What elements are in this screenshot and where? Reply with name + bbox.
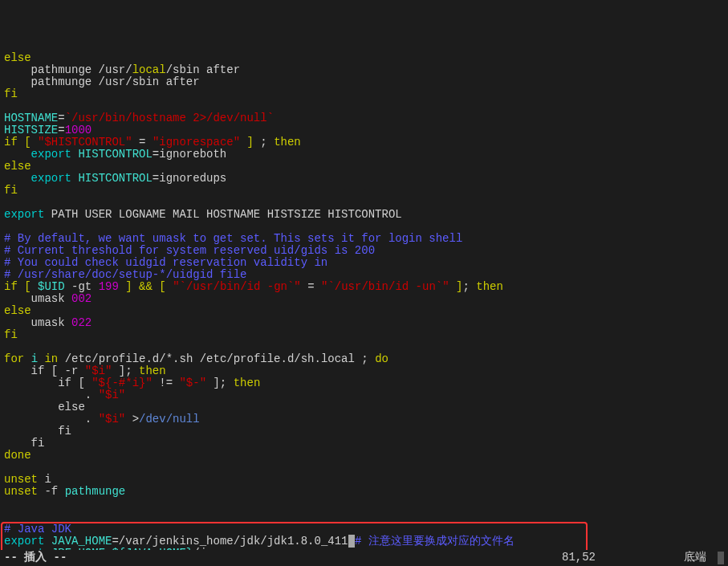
num199: 199 <box>99 280 119 293</box>
uid-var: $UID <box>38 280 65 293</box>
java-home-var: JAVA_HOME <box>51 535 112 548</box>
ignorespace: "ignorespace" <box>153 136 240 149</box>
kw-in: in <box>44 352 58 365</box>
for-path: /etc/profile.d/*.sh /etc/profile.d/sh.lo… <box>58 352 375 365</box>
bracket-semi: ]; <box>112 364 139 377</box>
java-comment: # Java JDK <box>4 523 71 535</box>
comment: # You could check uidgid reservation val… <box>4 256 327 269</box>
export-vars: PATH USER LOGNAME MAIL HOSTNAME HISTSIZE… <box>44 208 401 221</box>
unset-i: i <box>38 473 51 486</box>
var-histcontrol: HISTCONTROL <box>78 148 152 161</box>
kw-then: then <box>476 280 503 293</box>
if-r: if [ -r <box>4 364 85 377</box>
kw-then: then <box>274 136 301 149</box>
num022: 022 <box>71 316 92 329</box>
eq: = <box>58 124 64 136</box>
id-gn: "`/usr/bin/id -gn`" <box>173 280 301 293</box>
cursor <box>348 535 355 548</box>
eq: = <box>58 112 64 124</box>
code-line: pathmunge /usr/sbin after <box>4 75 200 88</box>
else-inner: else <box>4 401 85 413</box>
kw-if: if <box>4 280 18 293</box>
kw-if: if <box>4 136 18 149</box>
kw-export: export <box>31 148 71 161</box>
kw-else: else <box>4 51 31 64</box>
histcontrol-lit: "$HISTCONTROL" <box>38 136 132 149</box>
kw-fi: fi <box>4 184 18 197</box>
code-editor[interactable]: else pathmunge /usr/local/sbin after pat… <box>0 48 728 566</box>
kw-then: then <box>139 364 166 377</box>
gt: -gt <box>65 280 99 293</box>
eq-sp: = <box>132 136 153 149</box>
var-histcontrol: HISTCONTROL <box>78 172 152 185</box>
val-hostname: `/usr/bin/hostname 2>/dev/null` <box>65 112 274 124</box>
code-line: pathmunge /usr/ <box>4 63 132 76</box>
kw-else: else <box>4 160 31 173</box>
and: && <box>139 280 153 293</box>
pathmunge: pathmunge <box>65 485 126 498</box>
kw-for: for <box>4 352 24 365</box>
java-home-val: =/var/jenkins_home/jdk/jdk1.8.0_411 <box>112 535 348 548</box>
bracket: [ <box>24 136 31 149</box>
comment: # Current threshold for system reserved … <box>4 244 375 257</box>
var-hostname: HOSTNAME <box>4 112 58 124</box>
kw-export: export <box>4 208 44 221</box>
dash-dollar: "$-" <box>179 377 206 389</box>
kw-do: do <box>375 352 388 365</box>
bracket: ] <box>247 136 254 149</box>
kw-unset: unset <box>4 485 38 498</box>
kw-fi: fi <box>4 328 18 341</box>
bracket-semi: ]; <box>206 377 234 389</box>
vim-scroll-position: 底端 <box>674 552 714 564</box>
val-ignoredups: =ignoredups <box>153 172 226 185</box>
comment: # By default, we want umask to get set. … <box>4 232 462 245</box>
vim-statusbar: -- 插入 -- 81,52 底端 <box>0 550 728 566</box>
id-un: "`/usr/bin/id -un`" <box>321 280 449 293</box>
val-histsize: 1000 <box>65 124 92 136</box>
vim-cursor-position: 81,52 <box>562 552 674 564</box>
var-histsize: HISTSIZE <box>4 124 58 136</box>
kw-fi: fi <box>4 88 18 100</box>
kw-local: local <box>132 63 166 76</box>
eq-sp: = <box>301 280 321 293</box>
bracket: [ <box>159 280 165 293</box>
kw-export: export <box>31 172 71 185</box>
statusbar-separator <box>718 552 724 564</box>
semi: ; <box>254 136 274 149</box>
unset-f: -f <box>38 485 65 498</box>
fi-inner: fi <box>4 425 71 438</box>
bracket: [ <box>24 280 31 293</box>
i-quoted: "$i" <box>99 389 126 401</box>
val-ignoreboth: =ignoreboth <box>153 148 226 161</box>
dot: . <box>4 413 99 426</box>
if-inner: if [ <box>4 377 92 389</box>
kw-else: else <box>4 304 31 317</box>
bracket: ] <box>125 280 132 293</box>
umask: umask <box>4 316 71 329</box>
java-comment2: # 注意这里要换成对应的文件名 <box>355 535 514 548</box>
i-var: i <box>31 352 38 365</box>
hash-star-i: "${-#*i}" <box>92 377 153 389</box>
semi-then: ; <box>462 280 476 293</box>
i-quoted: "$i" <box>85 364 112 377</box>
code-text: /sbin after <box>166 63 240 76</box>
kw-unset: unset <box>4 473 38 486</box>
kw-export: export <box>4 535 44 548</box>
comment: # /usr/share/doc/setup-*/uidgid file <box>4 268 246 281</box>
kw-done: done <box>4 449 31 462</box>
i-quoted: "$i" <box>99 413 126 426</box>
dot: . <box>4 389 99 401</box>
fi-mid: fi <box>4 437 44 450</box>
redirect: > <box>125 413 139 426</box>
kw-then: then <box>234 377 261 389</box>
devnull: /dev/null <box>139 413 200 426</box>
umask: umask <box>4 292 71 305</box>
vim-mode: -- 插入 -- <box>4 552 562 564</box>
num002: 002 <box>71 292 92 305</box>
ne: != <box>153 377 180 389</box>
